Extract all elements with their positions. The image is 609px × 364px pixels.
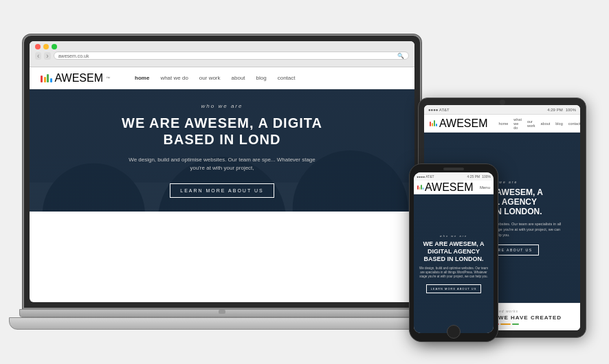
laptop-hero-title: WE ARE AWESEM, A DIGITABASED IN LOND <box>122 115 322 148</box>
logo-bar-2 <box>44 77 46 82</box>
tablet-nav-our-work[interactable]: our work <box>527 120 535 128</box>
tablet-nav-about[interactable]: about <box>541 122 551 126</box>
phone-time: 4:25 PM <box>467 174 480 179</box>
browser-close-dot[interactable] <box>35 44 41 49</box>
laptop-nav-contact[interactable]: contact <box>278 75 296 81</box>
laptop-screen-outer: ‹ › awesem.co.uk 🔍 <box>23 34 421 309</box>
phone-hero-subtitle: who we are <box>440 234 467 238</box>
tablet-logo: AWESEM <box>430 117 488 130</box>
browser-url-bar[interactable]: awesem.co.uk 🔍 <box>54 52 409 60</box>
laptop-logo-text: AWESEM <box>55 72 104 84</box>
laptop-screen: ‹ › awesem.co.uk 🔍 <box>30 41 414 302</box>
browser-url-text: awesem.co.uk <box>58 54 89 58</box>
browser-minimize-dot[interactable] <box>43 44 49 49</box>
phone-logo-bar-2 <box>419 187 421 190</box>
tablet-camera <box>500 100 505 105</box>
phone-logo-bar-1 <box>417 185 419 190</box>
tablet-battery: 100% <box>566 108 576 112</box>
logo-bar-3 <box>47 74 49 82</box>
phone-hero-description: We design, build and optimise websites. … <box>418 266 489 280</box>
phone-speaker <box>443 168 464 170</box>
phone-logo-bars-icon <box>417 185 423 190</box>
scene: ‹ › awesem.co.uk 🔍 <box>9 7 600 357</box>
phone-logo-text: AWESEM <box>425 181 474 194</box>
tablet-nav-what-we-do[interactable]: what we do <box>513 117 522 130</box>
browser-chrome: ‹ › awesem.co.uk 🔍 <box>30 41 414 67</box>
laptop-hero-description: We design, build and optimise websites. … <box>126 156 318 172</box>
tablet-logo-text: AWESEM <box>439 117 488 130</box>
phone-logo: AWESEM <box>417 181 474 194</box>
laptop-notch <box>219 310 225 314</box>
laptop-nav-what-we-do[interactable]: what we do <box>160 75 188 81</box>
laptop-site-nav: AWESEM™ home what we do our work about b… <box>30 67 414 89</box>
tablet-logo-bar-4 <box>436 124 437 126</box>
laptop-nav-our-work[interactable]: our work <box>199 75 221 81</box>
tablet-logo-bar-1 <box>430 122 431 126</box>
laptop-nav-blog[interactable]: blog <box>256 75 267 81</box>
laptop-logo-tm: ™ <box>106 76 110 80</box>
phone-site-nav: AWESEM Menu <box>414 181 494 194</box>
phone-network: ●●●● AT&T <box>417 174 434 179</box>
logo-bar-4 <box>50 78 52 82</box>
tablet-nav-home[interactable]: home <box>499 122 509 126</box>
phone-home-button[interactable] <box>447 325 461 339</box>
search-icon: 🔍 <box>397 53 404 59</box>
phone-status-bar: ●●●● AT&T 4:25 PM 100% <box>414 172 494 181</box>
browser-back-button[interactable]: ‹ <box>35 52 41 60</box>
phone-hero-cta-button[interactable]: LEARN MORE ABOUT US <box>426 284 482 293</box>
laptop-hinge <box>19 309 425 317</box>
laptop-logo: AWESEM™ <box>41 72 110 84</box>
phone-hero-title: WE ARE AWESEM, A DIGITAL AGENCY BASED IN… <box>418 240 489 262</box>
logo-bars-icon <box>41 74 52 82</box>
laptop-base <box>9 317 435 330</box>
phone-status-right: 4:25 PM 100% <box>467 174 491 179</box>
laptop-nav-home[interactable]: home <box>135 75 149 81</box>
laptop-device: ‹ › awesem.co.uk 🔍 <box>9 34 435 350</box>
tablet-section-bar-2 <box>500 323 511 325</box>
tablet-status-right: 4:29 PM 100% <box>547 108 576 112</box>
browser-forward-button[interactable]: › <box>44 52 50 60</box>
laptop-hero-subtitle: who we are <box>201 103 243 109</box>
tablet-network: ●●●● AT&T <box>428 108 450 112</box>
tablet-time: 4:29 PM <box>547 108 562 112</box>
laptop-hero-cta-button[interactable]: LEARN MORE ABOUT US <box>170 183 274 198</box>
laptop-nav-about[interactable]: about <box>232 75 245 81</box>
phone-hero-section: who we are WE ARE AWESEM, A DIGITAL AGEN… <box>414 194 494 333</box>
laptop-website: AWESEM™ home what we do our work about b… <box>30 67 414 212</box>
phone-device: ●●●● AT&T 4:25 PM 100% AWESEM M <box>409 163 498 342</box>
phone-menu-button[interactable]: Menu <box>480 185 490 190</box>
laptop-hero-section: who we are WE ARE AWESEM, A DIGITABASED … <box>30 89 414 212</box>
tablet-status-bar: ●●●● AT&T 4:29 PM 100% <box>424 105 580 115</box>
tablet-logo-bar-3 <box>434 120 435 126</box>
logo-bar-1 <box>41 76 43 82</box>
phone-battery: 100% <box>482 174 491 179</box>
tablet-section-bar-3 <box>512 323 519 325</box>
tablet-site-nav: AWESEM home what we do our work about bl… <box>424 115 580 133</box>
tablet-logo-bar-2 <box>432 123 433 126</box>
phone-logo-bar-4 <box>423 187 424 190</box>
tablet-nav-blog[interactable]: blog <box>555 122 562 126</box>
tablet-logo-bars-icon <box>430 120 437 126</box>
phone-screen: ●●●● AT&T 4:25 PM 100% AWESEM M <box>414 172 494 333</box>
tablet-nav-contact[interactable]: contact <box>568 122 580 126</box>
phone-logo-bar-3 <box>421 185 422 190</box>
browser-maximize-dot[interactable] <box>52 44 57 49</box>
